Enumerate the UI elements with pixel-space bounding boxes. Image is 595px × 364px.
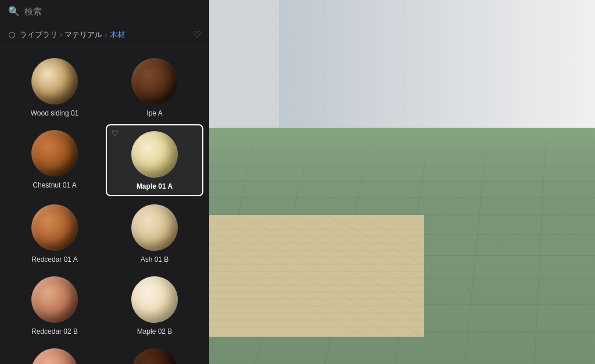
breadcrumb-library[interactable]: ライブラリ [20,30,58,40]
material-sphere-ipe-a [131,58,178,104]
material-sphere-redcedar-02b [31,276,78,323]
search-input[interactable] [24,6,201,16]
right-panel [209,0,595,364]
material-label-maple-01a: Maple 01 A [137,182,173,190]
favorite-icon[interactable]: ♡ [193,29,201,40]
material-item-maple-02b[interactable]: Maple 02 B [106,271,203,340]
svg-marker-22 [279,0,595,128]
left-panel: 🔍 ⬡ ライブラリ › マテリアル › 木材 ♡ Wood siding 01I… [0,0,209,364]
material-sphere-maple-01a [131,131,178,178]
breadcrumb-current[interactable]: 木材 [110,30,125,40]
breadcrumb-materials[interactable]: マテリアル [64,30,102,40]
material-item-ipe-a[interactable]: Ipe A [106,52,203,122]
material-sphere-wood-siding-01 [31,58,78,104]
library-icon: ⬡ [8,30,15,39]
material-label-redcedar-01a: Redcedar 01 A [31,255,77,264]
material-item-ash-01b[interactable]: Ash 01 B [106,199,203,268]
material-sphere-chestnut-01a [31,130,78,176]
material-grid: Wood siding 01Ipe AChestnut 01 A♡Maple 0… [0,46,209,364]
material-item-redcedar-03b[interactable]: Redcedar 03 B [6,343,103,364]
breadcrumb-sep-2: › [105,30,107,39]
material-item-redcedar-01a[interactable]: Redcedar 01 A [6,199,103,268]
material-sphere-redcedar-03b [31,348,78,364]
material-label-ipe-a: Ipe A [146,109,162,117]
material-sphere-wenge-01b [131,348,178,364]
breadcrumb-bar: ⬡ ライブラリ › マテリアル › 木材 ♡ [0,23,209,46]
material-item-maple-01a[interactable]: ♡Maple 01 A [106,124,203,196]
material-item-redcedar-02b[interactable]: Redcedar 02 B [6,271,103,340]
material-label-redcedar-02b: Redcedar 02 B [31,327,78,336]
material-sphere-maple-02b [131,276,178,323]
material-sphere-redcedar-01a [31,204,78,251]
material-item-wenge-01b[interactable]: Wenge 01 B [106,343,203,364]
material-item-chestnut-01a[interactable]: Chestnut 01 A [6,124,103,196]
material-item-wood-siding-01[interactable]: Wood siding 01 [6,52,103,122]
material-label-maple-02b: Maple 02 B [137,327,173,336]
scene-bg [209,0,595,364]
material-label-wood-siding-01: Wood siding 01 [31,109,79,117]
breadcrumb-sep-1: › [60,30,62,39]
material-label-chestnut-01a: Chestnut 01 A [33,181,76,189]
material-label-ash-01b: Ash 01 B [141,255,169,264]
material-sphere-ash-01b [131,204,178,251]
item-heart-icon: ♡ [112,129,119,138]
search-icon: 🔍 [8,6,20,17]
search-bar: 🔍 [0,0,209,23]
